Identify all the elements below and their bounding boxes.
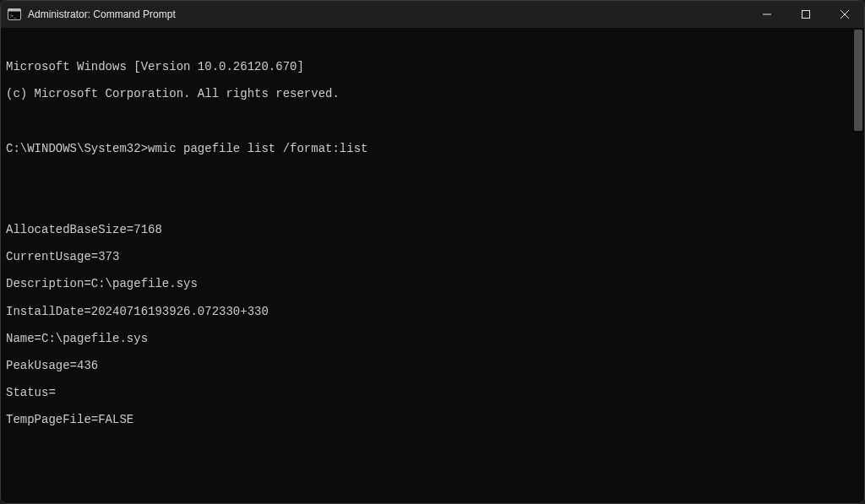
copyright-line: (c) Microsoft Corporation. All rights re… (6, 87, 859, 100)
blank-line (6, 196, 859, 209)
svg-text:>_: >_ (10, 13, 17, 19)
window-title: Administrator: Command Prompt (28, 8, 176, 20)
prompt-prefix: C:\WINDOWS\System32> (6, 142, 148, 155)
terminal-output[interactable]: Microsoft Windows [Version 10.0.26120.67… (1, 28, 864, 503)
blank-line (6, 468, 859, 481)
cmd-icon: >_ (8, 8, 21, 21)
blank-line (6, 115, 859, 128)
minimize-button[interactable] (748, 1, 786, 28)
pagefile-temp: TempPageFile=FALSE (6, 413, 859, 426)
maximize-button[interactable] (786, 1, 825, 28)
version-line: Microsoft Windows [Version 10.0.26120.67… (6, 60, 859, 73)
command-prompt-window: >_ Administrator: Command Prompt Microso… (0, 0, 865, 504)
svg-rect-1 (8, 9, 21, 12)
blank-line (6, 495, 859, 503)
blank-line (6, 169, 859, 182)
pagefile-alloc: AllocatedBaseSize=7168 (6, 223, 859, 236)
prompt-command: wmic pagefile list /format:list (148, 142, 367, 155)
svg-rect-4 (802, 11, 810, 19)
prompt-line-1: C:\WINDOWS\System32>wmic pagefile list /… (6, 142, 859, 155)
pagefile-name: Name=C:\pagefile.sys (6, 332, 859, 345)
pagefile-status: Status= (6, 386, 859, 399)
pagefile-desc: Description=C:\pagefile.sys (6, 277, 859, 290)
pagefile-peak: PeakUsage=436 (6, 359, 859, 372)
blank-line (6, 441, 859, 454)
close-button[interactable] (825, 1, 864, 28)
pagefile-install: InstallDate=20240716193926.072330+330 (6, 305, 859, 318)
titlebar-controls (748, 1, 864, 28)
titlebar[interactable]: >_ Administrator: Command Prompt (1, 1, 864, 28)
scrollbar-thumb[interactable] (854, 30, 862, 131)
pagefile-current: CurrentUsage=373 (6, 250, 859, 263)
